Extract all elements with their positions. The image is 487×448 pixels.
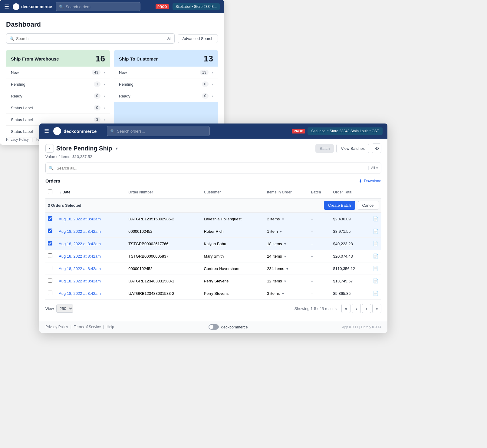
bg-logo: deckcommerce	[13, 3, 52, 10]
fg-prod-badge: PROD	[292, 129, 305, 133]
order-number-3: TSTGRB00002617766	[126, 238, 201, 250]
bg-dashboard-search-input[interactable]	[16, 36, 163, 41]
privacy-policy-link[interactable]: Privacy Policy	[45, 325, 68, 329]
fg-hamburger-icon[interactable]: ☰	[44, 128, 49, 134]
row-checkbox-4[interactable]	[48, 253, 52, 258]
brand-toggle[interactable]	[209, 324, 219, 330]
fg-nav-search[interactable]: 🔍	[107, 126, 210, 136]
order-number-4: TSTGRB00006005837	[126, 250, 201, 262]
cancel-selection-button[interactable]: Cancel	[358, 201, 379, 210]
order-date-link-3[interactable]: Aug 18, 2022 at 8:42am	[59, 242, 101, 246]
view-batches-button[interactable]: View Batches	[336, 144, 369, 153]
list-item[interactable]: Status Label 0 ›	[6, 102, 110, 114]
fg-footer-version: App 0.0.11 | Library 0.0.14	[342, 325, 381, 329]
fg-search-bar[interactable]: 🔍 All ▾	[45, 163, 381, 173]
items-in-order-4: 24 items ▾	[265, 250, 308, 262]
view-select: View 250 100 50	[45, 305, 73, 313]
order-date-link-4[interactable]: Aug 18, 2022 at 8:42am	[59, 254, 101, 259]
ship-to-customer-header: Ship To Customer 13	[114, 50, 218, 67]
items-expand-2[interactable]: ▾	[280, 229, 282, 234]
fg-nav-search-input[interactable]	[117, 129, 206, 133]
create-batch-button[interactable]: Create Batch	[324, 201, 355, 210]
list-item[interactable]: Ready 0 ›	[114, 90, 218, 102]
col-batch: Batch	[308, 186, 331, 198]
items-value-text: Value of Items: $10,337.52	[45, 154, 381, 163]
items-expand-7[interactable]: ▾	[282, 292, 284, 296]
last-page-button[interactable]: »	[372, 304, 381, 313]
orders-title: Orders	[45, 178, 60, 183]
select-all-checkbox[interactable]	[48, 189, 52, 194]
prev-page-button[interactable]: ‹	[352, 304, 361, 313]
items-expand-3[interactable]: ▾	[284, 242, 286, 246]
fg-logo: deckcommerce	[53, 127, 97, 135]
list-item[interactable]: New 13 ›	[114, 67, 218, 78]
doc-icon-1[interactable]: 📄	[373, 216, 379, 221]
advanced-search-button[interactable]: Advanced Search	[178, 34, 218, 43]
bg-hamburger-icon[interactable]: ☰	[4, 3, 9, 10]
table-row: Aug 18, 2022 at 8:42am TSTGRB00002617766…	[45, 238, 381, 250]
doc-icon-4[interactable]: 📄	[373, 253, 379, 259]
order-total-2: $8,971.55	[331, 225, 370, 238]
fg-footer-links: Privacy Policy | Terms of Service | Help	[45, 325, 114, 329]
batch-2: –	[308, 225, 331, 238]
order-date-link-7[interactable]: Aug 18, 2022 at 8:42am	[59, 291, 101, 296]
bg-dashboard-search-input-wrap[interactable]: 🔍 All	[6, 33, 175, 44]
download-button[interactable]: ⬇ Download	[359, 179, 381, 183]
items-in-order-3: 18 items ▾	[265, 238, 308, 250]
next-page-button[interactable]: ›	[362, 304, 371, 313]
batch-7: –	[308, 287, 331, 300]
row-checkbox-7[interactable]	[48, 291, 52, 295]
fg-search-input[interactable]	[57, 166, 365, 170]
doc-icon-6[interactable]: 📄	[373, 278, 379, 283]
fg-search-icon: 🔍	[49, 166, 54, 170]
bg-search-all-filter[interactable]: All	[165, 36, 171, 41]
doc-icon-2[interactable]: 📄	[373, 229, 379, 234]
fg-search-all-filter[interactable]: All ▾	[368, 166, 378, 170]
items-expand-5[interactable]: ▾	[286, 267, 288, 271]
row-checkbox-2[interactable]	[48, 229, 52, 233]
table-row: Aug 18, 2022 at 8:42am UATGRB12348303158…	[45, 275, 381, 287]
list-item[interactable]: Pending 0 ›	[114, 78, 218, 90]
page-title: Store Pending Ship	[56, 145, 112, 152]
fg-footer: Privacy Policy | Terms of Service | Help…	[39, 321, 387, 333]
doc-icon-7[interactable]: 📄	[373, 291, 379, 296]
doc-icon-3[interactable]: 📄	[373, 241, 379, 246]
bg-search-bar[interactable]: 🔍	[56, 2, 140, 11]
customer-7: Perry Stevens	[202, 287, 265, 300]
items-expand-6[interactable]: ▾	[284, 279, 286, 283]
fg-orders-header: Orders ⬇ Download	[45, 178, 381, 183]
doc-icon-5[interactable]: 📄	[373, 266, 379, 271]
bg-search-input[interactable]	[66, 5, 137, 9]
back-button[interactable]: ‹	[45, 144, 54, 153]
order-date-link-6[interactable]: Aug 18, 2022 at 8:42am	[59, 279, 101, 283]
order-date-link-5[interactable]: Aug 18, 2022 at 8:42am	[59, 266, 101, 271]
list-item[interactable]: Ready 0 ›	[6, 90, 110, 102]
order-date-link-2[interactable]: Aug 18, 2022 at 8:42am	[59, 229, 101, 234]
row-checkbox-6[interactable]	[48, 278, 52, 283]
fg-content: ‹ Store Pending Ship ▾ Batch View Batche…	[39, 139, 387, 321]
list-item[interactable]: New 43 ›	[6, 67, 110, 78]
items-expand-1[interactable]: ▾	[282, 217, 284, 221]
fg-nav-search-icon: 🔍	[110, 129, 115, 133]
order-date-link-1[interactable]: Aug 18, 2022 at 8:42am	[59, 217, 101, 221]
table-row: Aug 18, 2022 at 8:42am UATGRB12348303158…	[45, 287, 381, 300]
row-checkbox-3[interactable]	[48, 241, 52, 245]
row-checkbox-5[interactable]	[48, 266, 52, 270]
per-page-select[interactable]: 250 100 50	[56, 305, 73, 313]
fg-logo-circle	[53, 127, 61, 135]
items-expand-4[interactable]: ▾	[284, 254, 286, 259]
items-in-order-2: 1 item ▾	[265, 225, 308, 238]
help-link[interactable]: Help	[107, 325, 114, 329]
list-item[interactable]: Pending 1 ›	[6, 78, 110, 90]
batch-4: –	[308, 250, 331, 262]
row-checkbox-1[interactable]	[48, 216, 52, 221]
title-chevron-icon[interactable]: ▾	[116, 146, 118, 151]
bg-privacy-policy-link[interactable]: Privacy Policy	[6, 137, 29, 142]
first-page-button[interactable]: «	[341, 304, 350, 313]
pagination-buttons: « ‹ › »	[341, 304, 381, 313]
settings-icon[interactable]: ⟲	[372, 143, 381, 153]
col-order-total: Order Total	[331, 186, 370, 198]
items-in-order-1: 2 items ▾	[265, 213, 308, 225]
pagination-info: Showing 1-5 of 5 results	[295, 306, 337, 311]
terms-of-service-link[interactable]: Terms of Service	[74, 325, 101, 329]
